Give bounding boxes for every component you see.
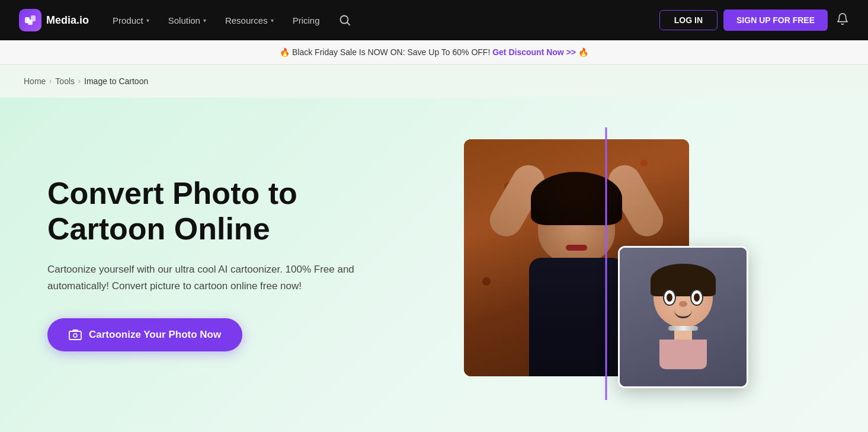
bell-icon[interactable]	[836, 12, 849, 28]
hero-right	[391, 121, 821, 406]
promo-banner: 🔥 Black Friday Sale Is NOW ON: Save Up T…	[0, 40, 868, 65]
comparison-divider	[605, 127, 607, 400]
signup-button[interactable]: SIGN UP FOR FREE	[723, 9, 828, 31]
svg-rect-5	[69, 331, 81, 340]
hero-left: Convert Photo to Cartoon Online Cartooni…	[47, 176, 391, 351]
nav-item-resources[interactable]: Resources ▾	[216, 0, 283, 40]
login-button[interactable]: LOG IN	[659, 10, 718, 30]
nav-item-solution[interactable]: Solution ▾	[159, 0, 216, 40]
breadcrumb-home[interactable]: Home	[24, 76, 46, 86]
hero-section: Convert Photo to Cartoon Online Cartooni…	[0, 98, 868, 432]
logo[interactable]: Media.io	[19, 9, 89, 31]
search-icon[interactable]	[329, 0, 360, 40]
nav-item-pricing[interactable]: Pricing	[283, 0, 329, 40]
logo-icon	[19, 9, 41, 31]
chevron-down-icon: ▾	[146, 17, 149, 24]
breadcrumb-sep: ›	[49, 77, 52, 85]
cartoon-face	[654, 268, 713, 334]
breadcrumb: Home › Tools › Image to Cartoon	[0, 65, 868, 98]
nav-item-product[interactable]: Product ▾	[103, 0, 159, 40]
upload-icon	[69, 329, 82, 340]
breadcrumb-current: Image to Cartoon	[84, 76, 148, 86]
logo-text: Media.io	[46, 14, 89, 27]
banner-link[interactable]: Get Discount Now >>	[492, 47, 576, 57]
svg-rect-2	[28, 20, 33, 25]
svg-line-4	[347, 23, 350, 25]
breadcrumb-sep: ›	[78, 77, 81, 85]
chevron-down-icon: ▾	[203, 17, 206, 24]
breadcrumb-tools[interactable]: Tools	[55, 76, 75, 86]
hero-description: Cartoonize yourself with our ultra cool …	[47, 261, 355, 295]
photo-cartoon	[618, 246, 748, 388]
cta-button[interactable]: Cartoonize Your Photo Now	[47, 318, 242, 351]
svg-point-6	[73, 334, 77, 337]
image-comparison	[464, 139, 748, 388]
hero-title: Convert Photo to Cartoon Online	[47, 176, 391, 247]
navbar: Media.io Product ▾ Solution ▾ Resources …	[0, 0, 868, 40]
chevron-down-icon: ▾	[271, 17, 274, 24]
cta-label: Cartoonize Your Photo Now	[89, 329, 221, 341]
banner-text: 🔥 Black Friday Sale Is NOW ON: Save Up T…	[280, 47, 588, 57]
